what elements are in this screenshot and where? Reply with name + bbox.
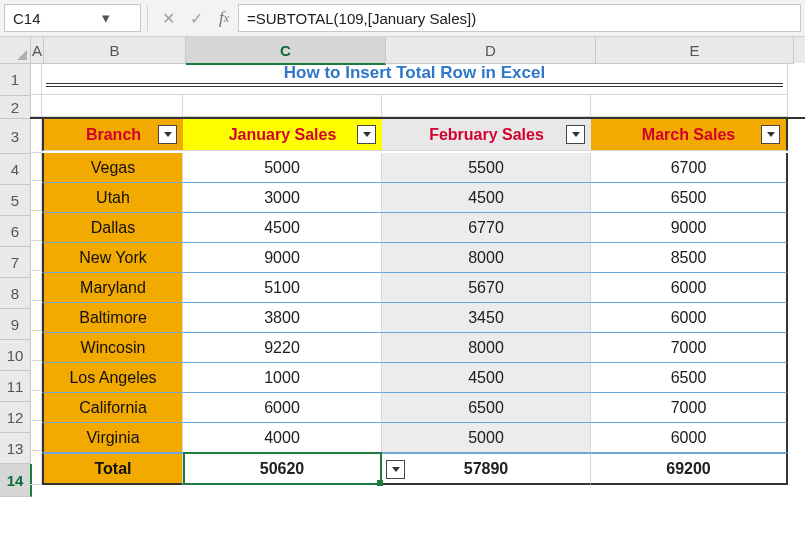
row-header-10[interactable]: 10 <box>0 340 31 371</box>
col-header-C[interactable]: C <box>186 37 386 65</box>
chevron-down-icon[interactable]: ▾ <box>73 9 141 27</box>
row-header-3[interactable]: 3 <box>0 119 31 154</box>
header-march[interactable]: March Sales <box>591 119 788 151</box>
total-label-cell[interactable]: Total <box>42 453 183 485</box>
row-header-9[interactable]: 9 <box>0 309 31 340</box>
jan-cell[interactable]: 3000 <box>183 183 382 213</box>
header-branch[interactable]: Branch <box>42 119 183 151</box>
cell-A6[interactable] <box>30 213 42 241</box>
branch-cell[interactable]: Virginia <box>42 423 183 453</box>
mar-cell[interactable]: 6000 <box>591 423 788 453</box>
table-row[interactable]: California600065007000 <box>30 393 805 423</box>
cell-C2[interactable] <box>183 95 382 117</box>
mar-cell[interactable]: 6000 <box>591 303 788 333</box>
formula-input[interactable]: =SUBTOTAL(109,[January Sales]) <box>238 4 801 32</box>
filter-icon[interactable] <box>158 125 177 144</box>
mar-cell[interactable]: 6000 <box>591 273 788 303</box>
mar-cell[interactable]: 8500 <box>591 243 788 273</box>
row-header-8[interactable]: 8 <box>0 278 31 309</box>
row-header-14[interactable]: 14 <box>0 464 32 497</box>
branch-cell[interactable]: California <box>42 393 183 423</box>
cell-dropdown-icon[interactable] <box>386 460 405 479</box>
cell-A11[interactable] <box>30 363 42 391</box>
row-header-7[interactable]: 7 <box>0 247 31 278</box>
mar-cell[interactable]: 7000 <box>591 333 788 363</box>
accept-formula-button[interactable]: ✓ <box>182 5 210 31</box>
jan-cell[interactable]: 3800 <box>183 303 382 333</box>
mar-cell[interactable]: 6500 <box>591 183 788 213</box>
branch-cell[interactable]: New York <box>42 243 183 273</box>
title-cell[interactable]: How to Insert Total Row in Excel <box>42 63 788 95</box>
select-all-triangle[interactable] <box>0 37 31 64</box>
feb-cell[interactable]: 4500 <box>382 183 591 213</box>
row-header-5[interactable]: 5 <box>0 185 31 216</box>
row-header-12[interactable]: 12 <box>0 402 31 433</box>
total-february-cell[interactable]: 57890 <box>382 453 591 485</box>
table-row[interactable]: New York900080008500 <box>30 243 805 273</box>
jan-cell[interactable]: 9000 <box>183 243 382 273</box>
col-header-B[interactable]: B <box>44 37 186 64</box>
mar-cell[interactable]: 6500 <box>591 363 788 393</box>
header-february[interactable]: February Sales <box>382 119 591 151</box>
cell-A13[interactable] <box>30 423 42 451</box>
branch-cell[interactable]: Wincosin <box>42 333 183 363</box>
jan-cell[interactable]: 4500 <box>183 213 382 243</box>
col-header-D[interactable]: D <box>386 37 596 64</box>
mar-cell[interactable]: 9000 <box>591 213 788 243</box>
cell-A8[interactable] <box>30 273 42 301</box>
total-march-cell[interactable]: 69200 <box>591 453 788 485</box>
table-row[interactable]: Vegas500055006700 <box>30 153 805 183</box>
total-row[interactable]: Total 50620 57890 69200 <box>30 453 805 485</box>
jan-cell[interactable]: 5100 <box>183 273 382 303</box>
table-row[interactable]: Los Angeles100045006500 <box>30 363 805 393</box>
table-row[interactable]: Baltimore380034506000 <box>30 303 805 333</box>
jan-cell[interactable]: 9220 <box>183 333 382 363</box>
cell-A3[interactable] <box>30 119 42 153</box>
cell-A14[interactable] <box>30 453 42 485</box>
cancel-formula-button[interactable]: ✕ <box>154 5 182 31</box>
feb-cell[interactable]: 3450 <box>382 303 591 333</box>
col-header-A[interactable]: A <box>31 37 44 64</box>
cell-A5[interactable] <box>30 183 42 211</box>
row-header-4[interactable]: 4 <box>0 154 31 185</box>
branch-cell[interactable]: Dallas <box>42 213 183 243</box>
mar-cell[interactable]: 6700 <box>591 153 788 183</box>
jan-cell[interactable]: 5000 <box>183 153 382 183</box>
cell-D2[interactable] <box>382 95 591 117</box>
cell-E2[interactable] <box>591 95 788 117</box>
total-january-cell[interactable]: 50620 <box>183 453 382 485</box>
branch-cell[interactable]: Los Angeles <box>42 363 183 393</box>
cell-B2[interactable] <box>42 95 183 117</box>
filter-icon[interactable] <box>357 125 376 144</box>
feb-cell[interactable]: 6500 <box>382 393 591 423</box>
table-row[interactable]: Utah300045006500 <box>30 183 805 213</box>
table-row[interactable]: Maryland510056706000 <box>30 273 805 303</box>
feb-cell[interactable]: 5000 <box>382 423 591 453</box>
cell-A9[interactable] <box>30 303 42 331</box>
fx-icon[interactable]: fx <box>210 5 238 31</box>
col-header-E[interactable]: E <box>596 37 794 64</box>
row-header-6[interactable]: 6 <box>0 216 31 247</box>
table-row[interactable]: Dallas450067709000 <box>30 213 805 243</box>
cell-A12[interactable] <box>30 393 42 421</box>
table-row[interactable]: Wincosin922080007000 <box>30 333 805 363</box>
feb-cell[interactable]: 5670 <box>382 273 591 303</box>
mar-cell[interactable]: 7000 <box>591 393 788 423</box>
feb-cell[interactable]: 8000 <box>382 333 591 363</box>
cell-A1[interactable] <box>30 63 42 95</box>
row-header-13[interactable]: 13 <box>0 433 31 464</box>
branch-cell[interactable]: Baltimore <box>42 303 183 333</box>
filter-icon[interactable] <box>761 125 780 144</box>
row-header-11[interactable]: 11 <box>0 371 31 402</box>
name-box[interactable]: C14 ▾ <box>4 4 141 32</box>
cell-A10[interactable] <box>30 333 42 361</box>
row-header-2[interactable]: 2 <box>0 96 31 119</box>
cell-A7[interactable] <box>30 243 42 271</box>
table-row[interactable]: Virginia400050006000 <box>30 423 805 453</box>
jan-cell[interactable]: 1000 <box>183 363 382 393</box>
feb-cell[interactable]: 8000 <box>382 243 591 273</box>
header-january[interactable]: January Sales <box>183 119 382 151</box>
feb-cell[interactable]: 6770 <box>382 213 591 243</box>
jan-cell[interactable]: 6000 <box>183 393 382 423</box>
jan-cell[interactable]: 4000 <box>183 423 382 453</box>
